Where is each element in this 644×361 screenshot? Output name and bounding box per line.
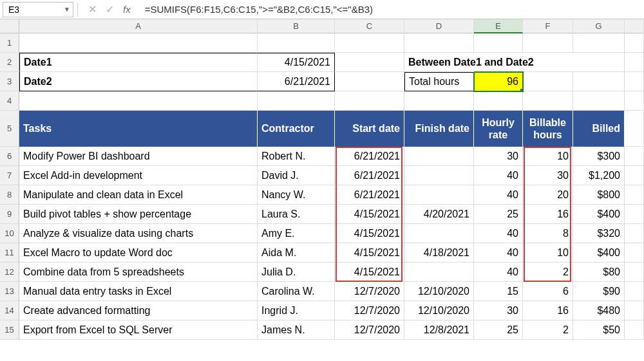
cell-start-date[interactable]: 4/15/2021 — [335, 243, 404, 263]
row-header[interactable]: 4 — [0, 91, 19, 111]
cell-start-date[interactable]: 4/15/2021 — [335, 224, 404, 243]
cell-billed[interactable]: $400 — [573, 243, 625, 263]
cell[interactable] — [625, 224, 644, 243]
cell-rate[interactable]: 40 — [474, 224, 523, 243]
cell[interactable] — [404, 91, 474, 111]
row-header[interactable]: 5 — [0, 111, 19, 147]
cell[interactable] — [625, 53, 644, 72]
row-header[interactable]: 9 — [0, 205, 19, 224]
cell[interactable] — [573, 33, 625, 53]
cell[interactable] — [523, 91, 573, 111]
cell-billed[interactable]: $80 — [573, 263, 625, 282]
cell-contractor[interactable]: Laura S. — [258, 205, 335, 224]
cell-finish-date[interactable]: 12/10/2020 — [404, 301, 474, 320]
col-header[interactable]: G — [573, 19, 625, 33]
row-header[interactable]: 1 — [0, 33, 19, 53]
cell-start-date[interactable]: 4/15/2021 — [335, 263, 404, 282]
confirm-icon[interactable]: ✓ — [106, 3, 114, 15]
row-header[interactable]: 6 — [0, 147, 19, 166]
cell-contractor[interactable]: James N. — [258, 320, 335, 340]
col-header[interactable]: B — [258, 19, 335, 33]
row-header[interactable]: 2 — [0, 53, 19, 72]
col-header[interactable]: F — [523, 19, 573, 33]
cell[interactable] — [625, 243, 644, 263]
cell-contractor[interactable]: Amy E. — [258, 224, 335, 243]
cell-rate[interactable]: 30 — [474, 301, 523, 320]
cell-task[interactable]: Build pivot tables + show percentage — [19, 205, 258, 224]
cell-rate[interactable]: 40 — [474, 185, 523, 205]
cell[interactable] — [474, 91, 523, 111]
cell-hours[interactable]: 2 — [523, 320, 573, 340]
cell-contractor[interactable]: Julia D. — [258, 263, 335, 282]
cell-start-date[interactable]: 6/21/2021 — [335, 185, 404, 205]
cell-task[interactable]: Manual data entry tasks in Excel — [19, 282, 258, 301]
cell-task[interactable]: Excel Add-in development — [19, 166, 258, 185]
cell[interactable] — [625, 111, 644, 147]
cell-billed[interactable]: $90 — [573, 282, 625, 301]
cell-hours[interactable]: 2 — [523, 263, 573, 282]
cancel-icon[interactable]: ✕ — [88, 3, 97, 15]
cell-finish-date[interactable]: 12/8/2021 — [404, 320, 474, 340]
cell-between-label[interactable]: Between Date1 and Date2 — [404, 53, 474, 72]
cell[interactable] — [335, 72, 404, 91]
col-billed[interactable]: Billed — [573, 111, 625, 147]
cell[interactable] — [625, 320, 644, 340]
col-contractor[interactable]: Contractor — [258, 111, 335, 147]
row-header[interactable]: 14 — [0, 301, 19, 320]
cell-billed[interactable]: $50 — [573, 320, 625, 340]
row-header[interactable]: 3 — [0, 72, 19, 91]
cell-hours[interactable]: 8 — [523, 224, 573, 243]
col-header[interactable]: C — [335, 19, 404, 33]
cell-date1-label[interactable]: Date1 — [19, 53, 258, 72]
cell-task[interactable]: Combine data from 5 spreadsheets — [19, 263, 258, 282]
col-header[interactable]: D — [404, 19, 474, 33]
cell-billed[interactable]: $400 — [573, 205, 625, 224]
col-hourly-rate[interactable]: Hourly rate — [474, 111, 523, 147]
cell-total-hours-value[interactable]: 96 — [474, 72, 523, 91]
cell-start-date[interactable]: 4/15/2021 — [335, 205, 404, 224]
cell-finish-date[interactable] — [404, 166, 474, 185]
cell[interactable] — [19, 91, 258, 111]
cell-billed[interactable]: $300 — [573, 147, 625, 166]
cell-finish-date[interactable]: 4/20/2021 — [404, 205, 474, 224]
cell-finish-date[interactable]: 12/10/2020 — [404, 282, 474, 301]
cell[interactable] — [573, 72, 625, 91]
cell[interactable] — [404, 33, 474, 53]
row-header[interactable]: 7 — [0, 166, 19, 185]
cell-hours[interactable]: 10 — [523, 147, 573, 166]
cell-hours[interactable]: 16 — [523, 205, 573, 224]
cell[interactable] — [258, 33, 335, 53]
cell-finish-date[interactable] — [404, 147, 474, 166]
cell-rate[interactable]: 40 — [474, 166, 523, 185]
cell-hours[interactable]: 20 — [523, 185, 573, 205]
cell-billed[interactable]: $320 — [573, 224, 625, 243]
cell-billed[interactable]: $1,200 — [573, 166, 625, 185]
col-header[interactable] — [625, 19, 644, 33]
cell[interactable] — [625, 33, 644, 53]
cell[interactable] — [335, 91, 404, 111]
fx-icon[interactable]: fx — [123, 4, 131, 15]
col-tasks[interactable]: Tasks — [19, 111, 258, 147]
row-header[interactable]: 11 — [0, 243, 19, 263]
cell-finish-date[interactable] — [404, 224, 474, 243]
cell-hours[interactable]: 30 — [523, 166, 573, 185]
cell-finish-date[interactable] — [404, 185, 474, 205]
cell-date1-value[interactable]: 4/15/2021 — [258, 53, 335, 72]
cell-rate[interactable]: 25 — [474, 320, 523, 340]
cell-task[interactable]: Export from Excel to SQL Server — [19, 320, 258, 340]
row-header[interactable]: 10 — [0, 224, 19, 243]
cell-contractor[interactable]: Ingrid J. — [258, 301, 335, 320]
cell-task[interactable]: Excel Macro to update Word doc — [19, 243, 258, 263]
cell-rate[interactable]: 25 — [474, 205, 523, 224]
row-header[interactable]: 13 — [0, 282, 19, 301]
cell[interactable] — [19, 33, 258, 53]
cell-task[interactable]: Create advanced formatting — [19, 301, 258, 320]
cell-task[interactable]: Modify Power BI dashboard — [19, 147, 258, 166]
cell-billed[interactable]: $480 — [573, 301, 625, 320]
cell-hours[interactable]: 16 — [523, 301, 573, 320]
cell-rate[interactable]: 15 — [474, 282, 523, 301]
cell[interactable] — [335, 53, 404, 72]
cell-start-date[interactable]: 6/21/2021 — [335, 166, 404, 185]
cell[interactable] — [523, 72, 573, 91]
cell-date2-label[interactable]: Date2 — [19, 72, 258, 91]
